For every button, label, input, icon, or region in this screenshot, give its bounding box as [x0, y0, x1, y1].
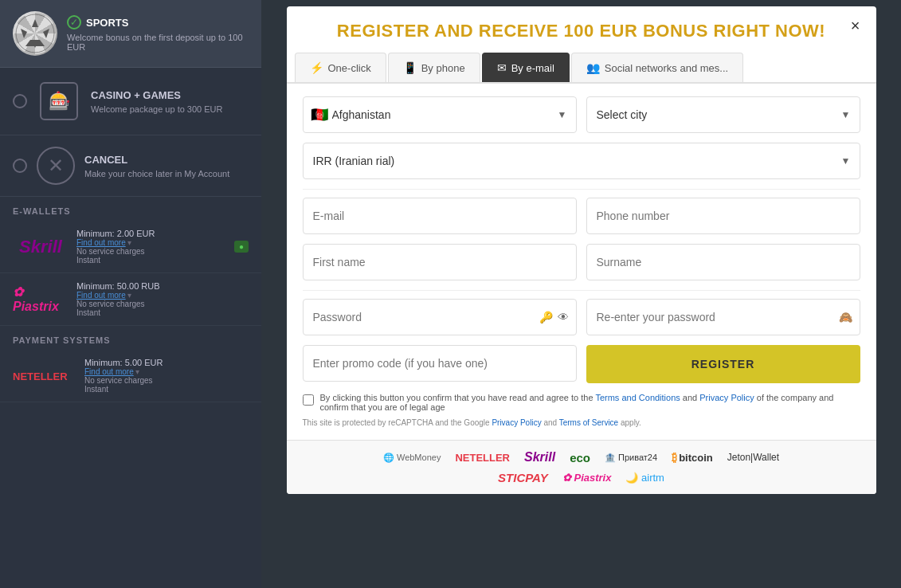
modal-title-end: RIGHT NOW!: [708, 21, 825, 41]
terms-checkbox[interactable]: [303, 394, 314, 406]
phone-input[interactable]: [586, 198, 860, 234]
svg-marker-5: [25, 40, 45, 46]
password-input[interactable]: [303, 299, 577, 335]
eye-slash-icon[interactable]: 🙈: [839, 311, 852, 323]
svg-marker-4: [43, 29, 49, 38]
country-field: 🇦🇫 Afghanistan ▼: [303, 96, 577, 133]
piastrix-footer-logo: ✿ Piastrix: [562, 472, 612, 484]
payment-logos-row2: STICPAY ✿ Piastrix 🌙 airtm: [303, 471, 860, 484]
promo-input[interactable]: [303, 345, 577, 382]
email-input[interactable]: [303, 198, 577, 234]
tab-by-email-label: By e-mail: [511, 62, 554, 74]
repassword-field: 🙈: [586, 299, 860, 335]
sidebar-cancel-option[interactable]: ✕ CANCEL Make your choice later in My Ac…: [0, 135, 261, 197]
lightning-icon: ⚡: [310, 61, 323, 74]
currency-select[interactable]: IRR (Iranian rial): [303, 143, 860, 179]
svg-marker-2: [32, 19, 38, 27]
firstname-input[interactable]: [303, 244, 577, 280]
neteller-footer-logo: NETELLER: [455, 452, 510, 464]
email-field: [303, 198, 577, 234]
terms-text: By clicking this button you confirm that…: [320, 393, 860, 412]
currency-field: IRR (Iranian rial) ▼: [303, 143, 860, 179]
piastrix-info: Minimum: 50.00 RUB Find out more ▾ No se…: [76, 281, 160, 317]
neteller-item[interactable]: NETELLER Minimum: 5.00 EUR Find out more…: [0, 350, 261, 402]
city-field: Select city ▼: [586, 96, 860, 133]
jeton-logo: Jeton|Wallet: [727, 452, 779, 463]
casino-icon: 🎰: [37, 79, 81, 123]
tab-by-phone[interactable]: 📱 By phone: [388, 53, 480, 82]
city-select[interactable]: Select city: [586, 96, 860, 133]
cancel-desc: Make your choice later in My Account: [84, 169, 229, 178]
firstname-field: [303, 244, 577, 280]
sidebar-casino-option[interactable]: 🎰 CASINO + GAMES Welcome package up to 3…: [0, 68, 261, 135]
surname-input[interactable]: [586, 244, 860, 280]
tab-one-click[interactable]: ⚡ One-click: [295, 53, 386, 82]
tab-by-phone-label: By phone: [421, 62, 465, 74]
social-icon: 👥: [586, 61, 600, 74]
phone-icon: 📱: [403, 61, 417, 74]
promo-register-row: REGISTER: [303, 345, 860, 383]
casino-label: CASINO + GAMES: [91, 89, 223, 101]
country-city-row: 🇦🇫 Afghanistan ▼ Select city ▼: [303, 96, 860, 133]
privacy-link[interactable]: Privacy Policy: [699, 393, 754, 402]
piastrix-item[interactable]: ✿ Piastrix Minimum: 50.00 RUB Find out m…: [0, 273, 261, 326]
surname-field: [586, 244, 860, 280]
skrill-item[interactable]: Skrill Minimum: 2.00 EUR Find out more ▾…: [0, 221, 261, 273]
tab-by-email[interactable]: ✉ By e-mail: [482, 53, 570, 82]
airtm-logo: 🌙 airtm: [625, 472, 664, 484]
modal: × REGISTER AND RECEIVE 100 EUR BONUS RIG…: [287, 6, 876, 494]
recaptcha-text: This site is protected by reCAPTCHA and …: [303, 418, 860, 427]
email-phone-row: [303, 198, 860, 234]
terms-link[interactable]: Terms and Conditions: [595, 393, 680, 402]
register-btn-field: REGISTER: [586, 345, 860, 383]
bitcoin-logo: bitcoin: [672, 451, 713, 464]
close-button[interactable]: ×: [844, 14, 867, 37]
skrill-footer-logo: Skrill: [524, 450, 555, 465]
neteller-find-out[interactable]: Find out more: [84, 367, 134, 376]
tab-one-click-label: One-click: [328, 62, 371, 74]
currency-row: IRR (Iranian rial) ▼: [303, 143, 860, 179]
sidebar-sports-option[interactable]: ✓ SPORTS Welcome bonus on the first depo…: [0, 0, 261, 68]
sticpay-logo: STICPAY: [498, 471, 548, 484]
email-icon: ✉: [497, 61, 507, 74]
recaptcha-privacy-link[interactable]: Privacy Policy: [492, 418, 541, 427]
phone-field: [586, 198, 860, 234]
divider2: [303, 290, 860, 291]
sports-desc: Welcome bonus on the first deposit up to…: [67, 33, 249, 52]
modal-title-start: REGISTER AND RECEIVE: [337, 21, 564, 41]
skrill-info: Minimum: 2.00 EUR Find out more ▾ No ser…: [76, 229, 155, 265]
piastrix-find-out[interactable]: Find out more: [76, 291, 126, 300]
modal-title: REGISTER AND RECEIVE 100 EUR BONUS RIGHT…: [303, 21, 860, 41]
skrill-logo: Skrill: [13, 233, 69, 261]
register-button[interactable]: REGISTER: [586, 345, 860, 383]
recaptcha-terms-link[interactable]: Terms of Service: [559, 418, 618, 427]
password-icons: 🔑 👁: [539, 311, 569, 323]
svg-point-0: [14, 13, 56, 54]
piastrix-logo: ✿ Piastrix: [13, 285, 69, 314]
name-row: [303, 244, 860, 280]
password-row: 🔑 👁 🙈: [303, 299, 860, 335]
payment-footer: 🌐 WebMoney NETELLER Skrill eco 🏦 Приват2…: [287, 440, 876, 494]
sports-check-icon: ✓: [67, 15, 81, 29]
tab-social[interactable]: 👥 Social networks and mes...: [571, 53, 743, 82]
svg-marker-6: [32, 41, 38, 48]
eye-icon[interactable]: 👁: [558, 311, 569, 323]
modal-title-highlight: 100 EUR BONUS: [564, 21, 708, 41]
repassword-input[interactable]: [586, 299, 860, 335]
ewallets-section-title: E-WALLETS: [0, 197, 261, 221]
casino-radio-icon: [13, 94, 27, 108]
skrill-find-out[interactable]: Find out more: [76, 238, 126, 247]
casino-desc: Welcome package up to 300 EUR: [91, 104, 223, 114]
neteller-logo: NETELLER: [13, 369, 76, 383]
skrill-badge: ●: [234, 241, 249, 253]
terms-row: By clicking this button you confirm that…: [303, 393, 860, 412]
divider1: [303, 189, 860, 190]
webmoney-logo: 🌐 WebMoney: [383, 453, 441, 463]
country-select[interactable]: Afghanistan: [303, 96, 577, 133]
sports-ball-icon: [13, 11, 57, 56]
eco-logo: eco: [570, 451, 590, 465]
flag-icon: 🇦🇫: [311, 106, 328, 123]
key-icon[interactable]: 🔑: [539, 311, 553, 323]
repassword-icons: 🙈: [839, 311, 852, 323]
svg-marker-3: [21, 29, 27, 38]
